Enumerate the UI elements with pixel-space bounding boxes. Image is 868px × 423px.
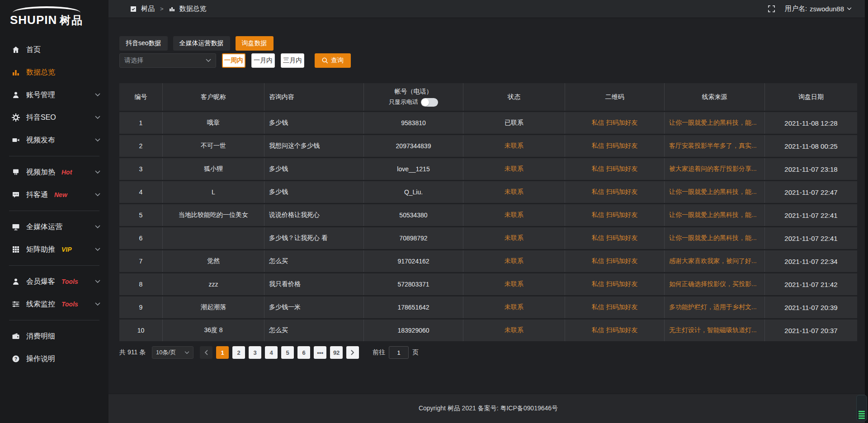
cell-status: 未联系 <box>463 320 565 341</box>
cell-qrcode-link[interactable]: 私信 扫码加好友 <box>565 320 665 341</box>
cell-qrcode-link[interactable]: 私信 扫码加好友 <box>565 158 665 180</box>
account-select[interactable]: 请选择 <box>119 53 216 68</box>
hot-badge: Hot <box>61 169 72 176</box>
tools-badge: Tools <box>61 301 78 308</box>
cell-qrcode-link[interactable]: 私信 扫码加好友 <box>565 204 665 226</box>
sidebar-item-douyin-seo[interactable]: 抖音SEO <box>0 106 108 129</box>
video-camera-icon <box>12 136 20 144</box>
range-button-week[interactable]: 一周内 <box>222 53 245 68</box>
sidebar-item-member-baoke[interactable]: 会员爆客 Tools <box>0 270 108 293</box>
sidebar-divider <box>9 211 99 211</box>
cell-source-link[interactable]: 让你一眼就爱上的黑科技，能... <box>665 204 765 226</box>
cell-id: 2 <box>119 135 163 157</box>
range-button-3months[interactable]: 三月内 <box>281 53 304 68</box>
breadcrumb-current[interactable]: 数据总览 <box>179 5 207 13</box>
date-range-group: 一周内 一月内 三月内 <box>222 53 304 68</box>
prev-page-button[interactable] <box>200 346 212 359</box>
page-button-3[interactable]: 3 <box>249 346 261 359</box>
sidebar-item-video-heating[interactable]: 视频加热 Hot <box>0 161 108 183</box>
cell-qrcode-link[interactable]: 私信 扫码加好友 <box>565 135 665 157</box>
table-row: 8 zzz 我只看价格 572803371 未联系 私信 扫码加好友 如何正确选… <box>119 273 857 295</box>
cell-qrcode-link[interactable]: 私信 扫码加好友 <box>565 250 665 272</box>
cell-source-link[interactable]: 如何正确选择投影仪，买投影... <box>665 273 765 295</box>
cell-source-link[interactable]: 多功能护栏灯，适用于乡村文... <box>665 296 765 318</box>
query-button[interactable]: 查询 <box>315 53 351 68</box>
user-menu[interactable]: 用户名: zswodun88 <box>785 5 852 13</box>
sidebar-item-data-overview[interactable]: 数据总览 <box>0 61 108 84</box>
floating-widget[interactable] <box>856 395 867 421</box>
cell-id: 1 <box>119 112 163 134</box>
page-size-select[interactable]: 10条/页 <box>152 346 193 359</box>
scrollbar-track[interactable] <box>865 0 868 423</box>
cell-status: 未联系 <box>463 181 565 203</box>
cell-account: 178651642 <box>364 296 463 318</box>
tab-inquiry-data[interactable]: 询盘数据 <box>236 36 274 51</box>
new-badge: New <box>54 191 67 198</box>
sidebar-item-matrix-boost[interactable]: 矩阵助推 VIP <box>0 238 108 261</box>
page-button-2[interactable]: 2 <box>232 346 245 359</box>
select-placeholder: 请选择 <box>124 56 143 65</box>
tab-omnimedia-operation-data[interactable]: 全媒体运营数据 <box>173 36 230 51</box>
cell-content: 我只看价格 <box>264 273 364 295</box>
cell-qrcode-link[interactable]: 私信 扫码加好友 <box>565 296 665 318</box>
home-icon <box>12 46 20 54</box>
cell-nickname: 36度 8 <box>163 320 264 341</box>
cell-source-link[interactable]: 让你一眼就爱上的黑科技，能... <box>665 227 765 249</box>
cell-status: 未联系 <box>463 227 565 249</box>
tools-badge: Tools <box>61 278 78 285</box>
data-tabs: 抖音seo数据 全媒体运营数据 询盘数据 <box>119 36 857 51</box>
goto-label: 前往 <box>373 348 385 357</box>
sidebar-item-lead-monitoring[interactable]: 线索监控 Tools <box>0 293 108 315</box>
cell-date: 2021-11-07 21:42 <box>765 273 857 295</box>
chevron-down-icon <box>95 170 100 174</box>
sidebar-item-consumption-details[interactable]: 消费明细 <box>0 325 108 348</box>
cell-source-link[interactable]: 客厅安装投影半年多了，真实... <box>665 135 765 157</box>
page-button-5[interactable]: 5 <box>281 346 294 359</box>
breadcrumb-root[interactable]: 树品 <box>141 5 155 13</box>
cell-nickname: zzz <box>163 273 264 295</box>
cell-qrcode-link[interactable]: 私信 扫码加好友 <box>565 181 665 203</box>
widget-bar <box>859 411 865 412</box>
cell-id: 4 <box>119 181 163 203</box>
cell-source-link[interactable]: 被大家追着问的客厅投影分享... <box>665 158 765 180</box>
page-button-1[interactable]: 1 <box>216 346 229 359</box>
sidebar-item-home[interactable]: 首页 <box>0 38 108 61</box>
cell-source-link[interactable]: 感谢大家喜欢我家，被问了好... <box>665 250 765 272</box>
page-button-92[interactable]: 92 <box>330 346 343 359</box>
page-ellipsis-button[interactable]: ••• <box>314 346 326 359</box>
cell-qrcode-link[interactable]: 私信 扫码加好友 <box>565 112 665 134</box>
phone-only-label: 只显示电话 <box>389 98 418 106</box>
copyright-text: Copyright 树品 2021 备案号: 粤ICP备09019646号 <box>419 404 558 413</box>
cell-content: 多少钱 <box>264 181 364 203</box>
cell-date: 2021-11-07 20:39 <box>765 296 857 318</box>
page-button-6[interactable]: 6 <box>297 346 310 359</box>
sidebar-item-video-publish[interactable]: 视频发布 <box>0 129 108 151</box>
cell-content: 怎么买 <box>264 320 364 341</box>
sidebar-item-doukaitong[interactable]: 抖客通 New <box>0 183 108 206</box>
cell-account: love__1215 <box>364 158 463 180</box>
breadcrumb: 树品 > 数据总览 <box>130 5 207 13</box>
sidebar-item-account-management[interactable]: 账号管理 <box>0 84 108 106</box>
tab-douyin-seo-data[interactable]: 抖音seo数据 <box>119 36 168 51</box>
sidebar-item-omnimedia-operation[interactable]: 全媒体运营 <box>0 216 108 238</box>
cell-content: 多少钱一米 <box>264 296 364 318</box>
page-footer: Copyright 树品 2021 备案号: 粤ICP备09019646号 <box>108 394 868 423</box>
user-icon <box>12 91 20 99</box>
cell-qrcode-link[interactable]: 私信 扫码加好友 <box>565 273 665 295</box>
page-size-value: 10条/页 <box>156 348 176 357</box>
chat-bubble-icon <box>12 191 20 199</box>
cell-source-link[interactable]: 让你一眼就爱上的黑科技，能... <box>665 181 765 203</box>
sidebar-item-label: 视频加热 <box>26 168 55 177</box>
fullscreen-icon[interactable] <box>768 5 775 12</box>
cell-source-link[interactable]: 让你一眼就爱上的黑科技，能... <box>665 112 765 134</box>
sidebar-item-operation-guide[interactable]: ? 操作说明 <box>0 348 108 370</box>
chevron-down-icon <box>95 193 100 197</box>
range-button-month[interactable]: 一月内 <box>251 53 275 68</box>
cell-source-link[interactable]: 无主灯设计，智能磁吸轨道灯... <box>665 320 765 341</box>
next-page-button[interactable] <box>346 346 359 359</box>
chevron-down-icon <box>95 225 100 229</box>
cell-qrcode-link[interactable]: 私信 扫码加好友 <box>565 227 665 249</box>
phone-only-toggle[interactable] <box>421 98 438 107</box>
goto-page-input[interactable] <box>389 346 409 359</box>
page-button-4[interactable]: 4 <box>265 346 278 359</box>
